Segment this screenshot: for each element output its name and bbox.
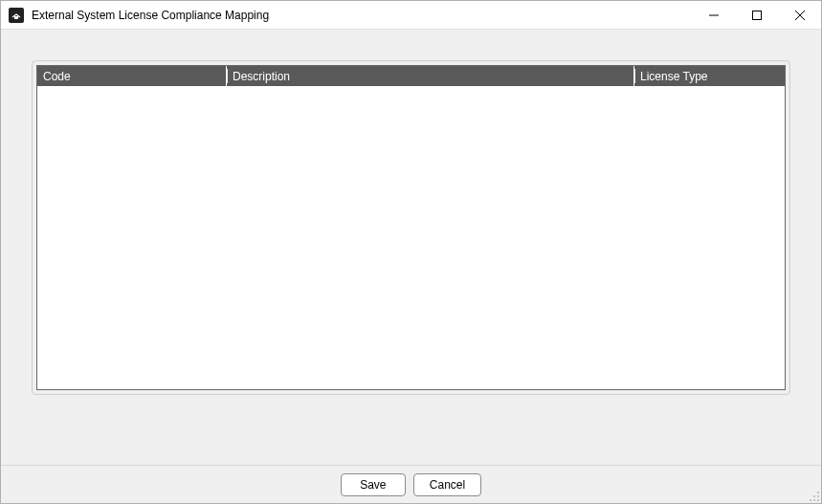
svg-point-8 xyxy=(810,499,811,501)
column-divider-icon xyxy=(634,69,635,83)
mapping-table[interactable]: Code Description License Type xyxy=(36,65,786,390)
window-title: External System License Compliance Mappi… xyxy=(32,9,692,22)
svg-point-10 xyxy=(817,499,819,501)
save-button[interactable]: Save xyxy=(341,473,406,496)
column-header-description[interactable]: Description xyxy=(227,66,634,86)
column-header-label: Code xyxy=(43,70,71,83)
svg-rect-2 xyxy=(752,11,761,19)
dialog-buttons: Save Cancel xyxy=(1,465,821,503)
content-area: Code Description License Type xyxy=(1,30,821,465)
svg-point-9 xyxy=(813,499,815,501)
app-icon xyxy=(9,8,24,23)
close-button[interactable] xyxy=(778,1,821,30)
column-header-label: Description xyxy=(233,70,290,83)
svg-rect-0 xyxy=(14,16,18,19)
titlebar[interactable]: External System License Compliance Mappi… xyxy=(1,1,821,30)
column-header-code[interactable]: Code xyxy=(37,66,227,86)
cancel-button[interactable]: Cancel xyxy=(413,473,481,496)
column-divider-icon xyxy=(227,69,228,83)
table-header: Code Description License Type xyxy=(37,66,785,86)
svg-point-7 xyxy=(817,495,819,497)
table-panel: Code Description License Type xyxy=(32,60,790,395)
svg-point-6 xyxy=(813,495,815,497)
minimize-button[interactable] xyxy=(692,1,735,30)
resize-grip-icon[interactable] xyxy=(807,489,820,502)
column-header-label: License Type xyxy=(640,70,708,83)
svg-point-5 xyxy=(817,492,819,493)
maximize-button[interactable] xyxy=(735,1,778,30)
table-body[interactable] xyxy=(37,86,785,389)
window: External System License Compliance Mappi… xyxy=(0,0,822,504)
column-header-license-type[interactable]: License Type xyxy=(634,66,785,86)
